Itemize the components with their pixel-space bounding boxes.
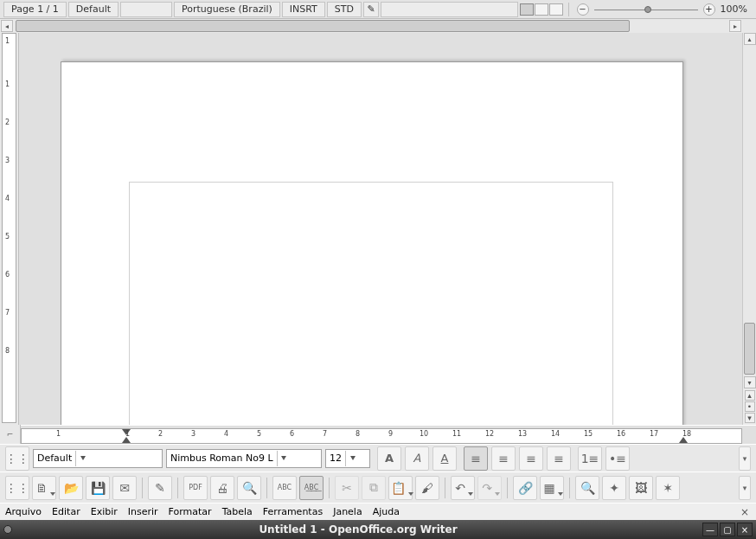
ruler-num: 13	[518, 430, 527, 438]
mail-button[interactable]: ✉	[112, 476, 137, 500]
minimize-button[interactable]: —	[702, 523, 718, 536]
vscroll-down-arrow[interactable]: ▾	[744, 376, 756, 388]
maximize-button[interactable]: ▢	[720, 523, 735, 536]
toolbar-handle-icon[interactable]: ⋮⋮	[5, 476, 29, 500]
find-button[interactable]: 🔍	[575, 476, 599, 500]
status-language[interactable]: Portuguese (Brazil)	[174, 2, 280, 17]
export-pdf-button[interactable]: PDF	[183, 476, 208, 500]
vruler-num: 7	[5, 309, 10, 317]
window-title: Untitled 1 - OpenOffice.org Writer	[16, 523, 701, 536]
toolbar-handle-icon[interactable]: ⋮⋮	[5, 446, 29, 471]
italic-button[interactable]: A	[405, 446, 429, 471]
gallery-button[interactable]: 🖼	[629, 476, 653, 500]
dropdown-arrow-icon[interactable]	[277, 451, 291, 466]
close-button[interactable]: ×	[737, 523, 753, 536]
vscroll-track[interactable]	[743, 45, 756, 376]
vertical-ruler[interactable]: 1 1 2 3 4 5 6 7 8	[0, 33, 19, 425]
undo-button[interactable]: ↶	[451, 476, 475, 500]
open-button[interactable]: 📂	[59, 476, 83, 500]
menu-ferramentas[interactable]: Ferramentas	[263, 506, 323, 517]
hscroll-left-arrow[interactable]: ◂	[1, 20, 13, 32]
font-name-combo[interactable]: Nimbus Roman No9 L	[166, 449, 322, 468]
page[interactable]	[61, 61, 683, 425]
zoom-out-button[interactable]: −	[577, 3, 589, 16]
view-book-icon[interactable]	[549, 3, 563, 16]
menu-arquivo[interactable]: Arquivo	[5, 506, 42, 517]
bullet-list-button[interactable]: •≡	[605, 446, 630, 471]
font-size-combo[interactable]: 12	[325, 449, 370, 468]
menu-formatar[interactable]: Formatar	[169, 506, 212, 517]
toolbar-overflow-button[interactable]: ▾	[739, 476, 751, 500]
status-selection-mode[interactable]: STD	[327, 2, 362, 17]
ruler-num: 16	[617, 430, 625, 438]
dropdown-arrow-icon[interactable]	[345, 451, 359, 466]
prev-page-button[interactable]: ▴	[745, 390, 755, 401]
zoom-percent[interactable]: 100%	[715, 3, 753, 15]
align-center-button[interactable]: ≡	[491, 446, 516, 471]
edit-file-button[interactable]: ✎	[148, 476, 172, 500]
menu-inserir[interactable]: Inserir	[128, 506, 158, 517]
print-button[interactable]: 🖨	[210, 476, 234, 500]
copy-button[interactable]: ⧉	[362, 476, 386, 500]
right-indent-marker[interactable]	[679, 437, 688, 443]
ruler-num: 2	[158, 430, 163, 438]
ruler-corner-icon[interactable]: ⌐	[0, 425, 21, 444]
vscroll-thumb[interactable]	[744, 323, 755, 375]
save-button[interactable]: 💾	[86, 476, 110, 500]
align-left-button[interactable]: ≡	[464, 446, 488, 471]
align-justify-button[interactable]: ≡	[547, 446, 571, 471]
close-document-button[interactable]: ×	[739, 506, 751, 518]
status-page[interactable]: Page 1 / 1	[3, 2, 67, 17]
auto-spellcheck-button[interactable]: A͟B͟C͟	[299, 476, 324, 500]
menu-editar[interactable]: Editar	[52, 506, 80, 517]
numbered-list-button[interactable]: 1≡	[578, 446, 602, 471]
menu-bar: Arquivo Editar Exibir Inserir Formatar T…	[0, 503, 756, 520]
status-signature-icon[interactable]: ✎	[363, 2, 379, 17]
hscroll-right-arrow[interactable]: ▸	[729, 20, 741, 32]
hscroll-track[interactable]	[14, 19, 728, 33]
menu-ajuda[interactable]: Ajuda	[373, 506, 400, 517]
align-right-button[interactable]: ≡	[519, 446, 543, 471]
text-area[interactable]	[129, 182, 613, 425]
view-multi-page-icon[interactable]	[535, 3, 548, 16]
format-paintbrush-button[interactable]: 🖌	[415, 476, 439, 500]
navigator-button[interactable]: ✦	[602, 476, 626, 500]
underline-button[interactable]: A	[432, 446, 457, 471]
hscroll-thumb[interactable]	[16, 20, 630, 32]
paragraph-style-combo[interactable]: Default	[33, 449, 163, 468]
left-indent-marker[interactable]	[122, 437, 131, 443]
vruler-track[interactable]: 1 1 2 3 4 5 6 7 8	[2, 33, 16, 423]
data-sources-button[interactable]: ✶	[656, 476, 680, 500]
dropdown-arrow-icon[interactable]	[75, 451, 89, 466]
navigation-menu-button[interactable]: •	[745, 401, 755, 412]
new-document-button[interactable]: 🗎	[32, 476, 56, 500]
hyperlink-button[interactable]: 🔗	[513, 476, 537, 500]
cut-button[interactable]: ✂	[335, 476, 359, 500]
document-view[interactable]	[19, 33, 742, 425]
menu-tabela[interactable]: Tabela	[222, 506, 253, 517]
app-menu-icon[interactable]	[3, 525, 12, 534]
ruler-num: 9	[388, 430, 393, 438]
paste-button[interactable]: 📋	[388, 476, 413, 500]
status-insert-mode[interactable]: INSRT	[282, 2, 325, 17]
vertical-scrollbar[interactable]: ▴ ▾ ▴ • ▾	[742, 33, 756, 425]
ruler-num: 11	[452, 430, 461, 438]
font-size-value: 12	[330, 452, 342, 464]
print-preview-button[interactable]: 🔍	[237, 476, 261, 500]
horizontal-scrollbar[interactable]: ◂ ▸	[0, 19, 742, 33]
view-single-page-icon[interactable]	[520, 3, 534, 16]
spellcheck-button[interactable]: ABC	[272, 476, 297, 500]
menu-exibir[interactable]: Exibir	[91, 506, 118, 517]
vscroll-up-arrow[interactable]: ▴	[744, 33, 756, 45]
insert-table-button[interactable]: ▦	[540, 476, 564, 500]
horizontal-ruler-strip: ⌐ 1 1 2 3 4 5 6 7 8 9 10 11 12 13 14 15 …	[0, 425, 756, 444]
zoom-slider[interactable]	[594, 3, 698, 16]
horizontal-ruler[interactable]: 1 1 2 3 4 5 6 7 8 9 10 11 12 13 14 15 16…	[21, 428, 742, 444]
bold-button[interactable]: A	[377, 446, 401, 471]
toolbar-overflow-button[interactable]: ▾	[739, 446, 751, 471]
status-page-style[interactable]: Default	[68, 2, 119, 17]
zoom-in-button[interactable]: +	[703, 3, 715, 16]
menu-janela[interactable]: Janela	[333, 506, 362, 517]
next-page-button[interactable]: ▾	[745, 413, 755, 423]
redo-button[interactable]: ↷	[477, 476, 502, 500]
